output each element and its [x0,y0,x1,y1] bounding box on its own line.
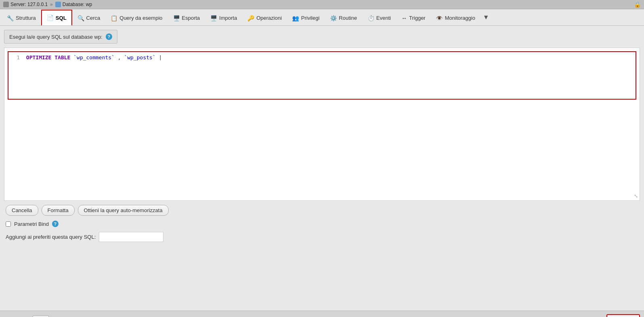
chevron-down-icon: ▼ [483,14,489,21]
auto-memorizzata-button[interactable]: Ottieni la query auto-memorizzata [78,205,169,216]
tab-operazioni[interactable]: 🔑 Operazioni [242,10,287,26]
tab-routine-label: Routine [339,15,357,21]
bottom-toolbar: Delimitatori Mostra di nuovo questa quer… [0,311,644,317]
tab-esporta-label: Esporta [182,15,200,21]
bind-help-icon[interactable]: ? [52,221,59,227]
tab-eventi-label: Eventi [376,15,391,21]
formatta-button[interactable]: Formatta [42,205,75,216]
importa-icon: 🖥️ [210,15,217,21]
panel-header: Esegui la/e query SQL sul database wp: ? [4,30,117,44]
resize-handle[interactable]: ⤡ [634,193,638,199]
panel-help-icon[interactable]: ? [106,33,112,40]
database-icon [55,2,61,7]
tab-monitoraggio-label: Monitoraggio [445,15,475,21]
favorites-label: Aggiungi ai preferiti questa query SQL: [6,234,96,240]
tab-sql-label: SQL [56,15,67,21]
tab-monitoraggio[interactable]: 👁️ Monitoraggio [431,10,480,26]
operazioni-icon: 🔑 [247,15,254,21]
cerca-icon: 🔍 [77,15,84,21]
execute-button[interactable]: Esegui [606,314,640,317]
tab-cerca[interactable]: 🔍 Cerca [72,10,106,26]
tab-trigger[interactable]: ↔️ Trigger [396,10,431,26]
tab-esporta[interactable]: 🖥️ Esporta [168,10,205,26]
tab-eventi[interactable]: ⏱️ Eventi [362,10,396,26]
bind-params-checkbox[interactable] [6,221,11,227]
sql-icon: 📄 [47,15,54,21]
tab-trigger-label: Trigger [409,15,426,21]
bind-params-label: Parametri Bind [14,221,49,227]
tab-privilegi[interactable]: 👥 Privilegi [287,10,325,26]
tab-routine[interactable]: ⚙️ Routine [325,10,362,26]
panel-header-label: Esegui la/e query SQL sul database wp: [9,34,102,40]
sql-table-posts: `wp_posts` [124,54,155,60]
bind-params-row: Parametri Bind ? [4,221,640,227]
breadcrumb-sep: » [50,2,53,7]
db-label: Database: wp [63,2,92,7]
tab-privilegi-label: Privilegi [301,15,320,21]
monitoraggio-icon: 👁️ [436,15,443,21]
tab-sql[interactable]: 📄 SQL [41,10,72,26]
lock-icon: 🔒 [634,1,641,8]
favorites-row: Aggiungi ai preferiti questa query SQL: [4,232,640,242]
favorites-input[interactable] [99,232,163,242]
tab-cerca-label: Cerca [86,15,100,21]
tabs-more-button[interactable]: ▼ [481,9,492,25]
line-number: 1 [12,54,20,60]
sql-cursor: | [159,54,162,60]
trigger-icon: ↔️ [401,15,407,21]
tab-query-label: Query da esempio [119,15,162,21]
sql-table-comments: `wp_comments` [73,54,115,60]
struttura-icon: 🔧 [7,15,14,21]
query-icon: 📋 [111,15,117,21]
eventi-icon: ⏱️ [368,15,374,21]
sql-keyword-optimize: OPTIMIZE TABLE [26,54,71,60]
nav-tabs: 🔧 Struttura 📄 SQL 🔍 Cerca 📋 Query da ese… [0,9,644,26]
sql-editor-border: 1 OPTIMIZE TABLE `wp_comments` , `wp_pos… [8,51,636,100]
privilegi-icon: 👥 [292,15,299,21]
routine-icon: ⚙️ [330,15,337,21]
title-bar: Server: 127.0.0.1 » Database: wp 🔒 [0,0,644,9]
tab-struttura[interactable]: 🔧 Struttura [2,10,41,26]
main-content: Esegui la/e query SQL sul database wp: ?… [0,26,644,311]
tab-importa-label: Importa [219,15,237,21]
server-label: Server: 127.0.0.1 [10,2,48,7]
sql-editor-container: 1 OPTIMIZE TABLE `wp_comments` , `wp_pos… [4,48,640,201]
tab-struttura-label: Struttura [16,15,36,21]
sql-comma: , [118,54,124,60]
cancella-button[interactable]: Cancella [6,205,38,216]
server-icon [3,2,9,7]
tab-importa[interactable]: 🖥️ Importa [205,10,242,26]
tab-query-da-esempio[interactable]: 📋 Query da esempio [105,10,167,26]
tab-operazioni-label: Operazioni [256,15,282,21]
esporta-icon: 🖥️ [173,15,180,21]
action-buttons-row: Cancella Formatta Ottieni la query auto-… [4,205,640,216]
sql-line-1: 1 OPTIMIZE TABLE `wp_comments` , `wp_pos… [12,54,632,60]
